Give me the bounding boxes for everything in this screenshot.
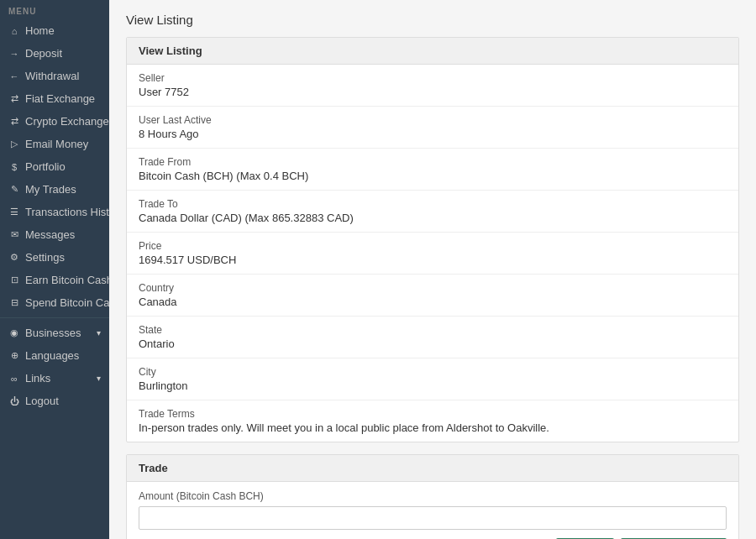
seller-value: User 7752: [139, 86, 727, 98]
sidebar-item-crypto-exchange[interactable]: ⇄ Crypto Exchange: [0, 110, 109, 133]
listing-row-trade-from: Trade From Bitcoin Cash (BCH) (Max 0.4 B…: [127, 149, 738, 191]
sidebar-item-businesses[interactable]: ◉ Businesses: [0, 322, 109, 344]
withdrawal-icon: ←: [8, 71, 20, 81]
listing-row-last-active: User Last Active 8 Hours Ago: [127, 107, 738, 149]
sidebar-item-logout[interactable]: ⏻ Logout: [0, 390, 109, 412]
sidebar-item-label: Withdrawal: [25, 70, 79, 82]
sidebar-item-label: Crypto Exchange: [25, 115, 109, 128]
listing-row-country: Country Canada: [127, 275, 738, 317]
amount-input[interactable]: [139, 506, 727, 530]
sidebar-item-label: Fiat Exchange: [25, 92, 95, 105]
page-title: View Listing: [126, 13, 739, 27]
settings-icon: ⚙: [8, 252, 20, 263]
state-label: State: [139, 324, 727, 336]
sidebar-item-withdrawal[interactable]: ← Withdrawal: [0, 65, 109, 87]
listing-card: View Listing Seller User 7752 User Last …: [126, 37, 739, 442]
transactions-icon: ☰: [8, 207, 20, 217]
country-value: Canada: [139, 296, 727, 308]
seller-label: Seller: [139, 72, 727, 84]
home-icon: ⌂: [8, 26, 20, 36]
sidebar-item-my-trades[interactable]: ✎ My Trades: [0, 178, 109, 201]
deposit-icon: →: [8, 49, 20, 59]
spend-bitcoin-cash-icon: ⊟: [8, 297, 20, 308]
sidebar-item-label: Messages: [25, 228, 75, 241]
last-active-label: User Last Active: [139, 114, 727, 126]
sidebar-item-label: Deposit: [25, 47, 62, 60]
amount-label: Amount (Bitcoin Cash BCH): [127, 490, 738, 502]
fiat-exchange-icon: ⇄: [8, 93, 20, 104]
sidebar-item-label: Home: [25, 24, 55, 37]
sidebar-item-label: Settings: [25, 251, 65, 264]
listing-row-price: Price 1694.517 USD/BCH: [127, 233, 738, 275]
sidebar-item-transactions-history[interactable]: ☰ Transactions History: [0, 201, 109, 223]
country-label: Country: [139, 282, 727, 294]
trade-terms-value: In-person trades only. Will meet you in …: [139, 421, 727, 434]
sidebar-item-languages[interactable]: ⊕ Languages: [0, 344, 109, 367]
sidebar-item-label: Portfolio: [25, 160, 66, 173]
city-value: Burlington: [139, 379, 727, 392]
trade-card-header: Trade: [127, 455, 738, 482]
sidebar-item-label: Earn Bitcoin Cash: [25, 274, 109, 286]
sidebar-item-earn-bitcoin-cash[interactable]: ⊡ Earn Bitcoin Cash: [0, 269, 109, 291]
sidebar-item-label: Languages: [25, 349, 79, 362]
last-active-value: 8 Hours Ago: [139, 128, 727, 140]
price-label: Price: [139, 240, 727, 252]
sidebar: MENU ⌂ Home → Deposit ← Withdrawal ⇄ Fia…: [0, 0, 109, 539]
sidebar-item-label: Email Money: [25, 138, 88, 150]
sidebar-item-portfolio[interactable]: $ Portfolio: [0, 155, 109, 178]
trade-to-label: Trade To: [139, 198, 727, 210]
sidebar-item-label: Transactions History: [25, 206, 109, 218]
businesses-icon: ◉: [8, 327, 20, 338]
listing-row-trade-to: Trade To Canada Dollar (CAD) (Max 865.32…: [127, 191, 738, 233]
trade-from-label: Trade From: [139, 156, 727, 168]
city-label: City: [139, 366, 727, 378]
email-money-icon: ▷: [8, 139, 20, 149]
logout-icon: ⏻: [8, 396, 20, 406]
sidebar-item-spend-bitcoin-cash[interactable]: ⊟ Spend Bitcoin Cash: [0, 291, 109, 314]
trade-from-value: Bitcoin Cash (BCH) (Max 0.4 BCH): [139, 170, 727, 182]
sidebar-item-home[interactable]: ⌂ Home: [0, 19, 109, 42]
sidebar-item-deposit[interactable]: → Deposit: [0, 42, 109, 65]
languages-icon: ⊕: [8, 350, 20, 361]
trade-to-value: Canada Dollar (CAD) (Max 865.32883 CAD): [139, 212, 727, 224]
price-value: 1694.517 USD/BCH: [139, 254, 727, 266]
my-trades-icon: ✎: [8, 184, 20, 195]
sidebar-item-label: Logout: [25, 395, 59, 407]
listing-row-city: City Burlington: [127, 358, 738, 400]
sidebar-item-email-money[interactable]: ▷ Email Money: [0, 133, 109, 155]
listing-row-seller: Seller User 7752: [127, 65, 738, 107]
sidebar-item-settings[interactable]: ⚙ Settings: [0, 246, 109, 269]
crypto-exchange-icon: ⇄: [8, 116, 20, 127]
links-icon: ∞: [8, 374, 20, 384]
sidebar-item-label: Businesses: [25, 327, 81, 339]
sidebar-item-messages[interactable]: ✉ Messages: [0, 223, 109, 246]
sidebar-item-links[interactable]: ∞ Links: [0, 367, 109, 390]
sidebar-item-fiat-exchange[interactable]: ⇄ Fiat Exchange: [0, 87, 109, 110]
sidebar-item-label: Spend Bitcoin Cash: [25, 296, 109, 309]
portfolio-icon: $: [8, 162, 20, 172]
menu-label: MENU: [0, 0, 109, 19]
trade-terms-label: Trade Terms: [139, 408, 727, 420]
trade-card: Trade Amount (Bitcoin Cash BCH) Trade Me…: [126, 454, 739, 539]
state-value: Ontario: [139, 338, 727, 350]
trade-buttons: Trade Message Seller: [127, 530, 738, 539]
messages-icon: ✉: [8, 229, 20, 240]
earn-bitcoin-cash-icon: ⊡: [8, 275, 20, 285]
listing-row-state: State Ontario: [127, 317, 738, 358]
sidebar-item-label: My Trades: [25, 183, 76, 196]
main-content: View Listing View Listing Seller User 77…: [109, 0, 756, 539]
sidebar-item-label: Links: [25, 372, 50, 385]
listing-row-trade-terms: Trade Terms In-person trades only. Will …: [127, 400, 738, 442]
listing-card-header: View Listing: [127, 38, 738, 65]
